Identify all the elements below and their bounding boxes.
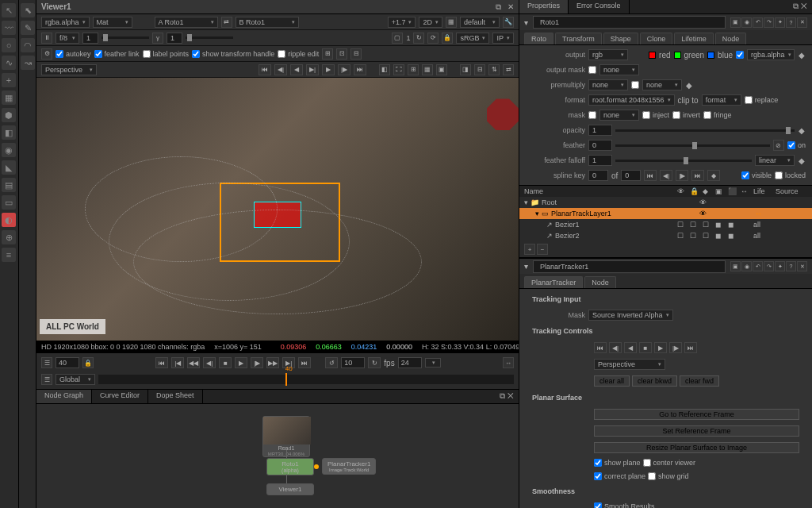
subtab-planar-node[interactable]: Node — [584, 276, 616, 288]
planar-mask-dropdown[interactable]: Source Inverted Alpha — [588, 310, 673, 321]
geo-tool-icon[interactable]: ⬢ — [2, 108, 16, 122]
panel-dock-icon[interactable]: ⧉ ✕ — [788, 0, 812, 13]
tab-curve-editor[interactable]: Curve Editor — [92, 390, 148, 403]
tree-row-bezier2[interactable]: ↗Bezier2 ☐☐☐ ◼◼ all — [519, 230, 812, 241]
track-prev-icon[interactable]: ◀| — [609, 342, 622, 353]
mask-dropdown[interactable]: none — [599, 110, 639, 121]
collapse-icon[interactable]: ▾ — [524, 18, 528, 27]
dim-dropdown[interactable]: 2D — [419, 17, 442, 28]
subtab-shape[interactable]: Shape — [603, 33, 638, 44]
stack-tool-icon[interactable]: ▤ — [2, 178, 16, 192]
resize-button[interactable]: Resize Planar Surface to Image — [594, 442, 799, 453]
hi-undo-icon[interactable]: ↶ — [753, 17, 763, 28]
gamma-icon[interactable]: γ — [152, 33, 163, 44]
tl-stop-icon[interactable]: ■ — [219, 357, 232, 368]
falloff-dropdown[interactable]: linear — [755, 155, 795, 166]
goto-ref-button[interactable]: Go to Reference Frame — [594, 409, 799, 420]
subtab-clone[interactable]: Clone — [640, 33, 673, 44]
gain-dropdown[interactable]: +1.7 — [388, 17, 416, 28]
subtab-roto[interactable]: Roto — [524, 33, 553, 44]
key-last-icon[interactable]: ⏭ — [691, 170, 704, 181]
prev-frame-icon[interactable]: ◀ — [290, 64, 303, 75]
flip-icon[interactable]: ⇅ — [488, 64, 500, 75]
node-viewer[interactable]: Viewer1 — [266, 483, 314, 495]
safe-icon[interactable]: ▣ — [436, 64, 447, 75]
track-stop-icon[interactable]: ■ — [639, 342, 652, 353]
tl-play-icon[interactable]: ▶ — [235, 357, 247, 368]
timeline-marker[interactable] — [285, 373, 287, 386]
hi-close-icon[interactable]: ✕ — [797, 261, 807, 271]
tree-row-root[interactable]: ▾📁Root 👁 — [519, 197, 812, 208]
tl-menu-icon[interactable]: ☰ — [41, 357, 52, 368]
roto-node-name[interactable]: Roto1 — [533, 16, 726, 29]
fps-dropdown[interactable] — [425, 358, 441, 368]
hi-center-icon[interactable]: ▣ — [730, 261, 741, 271]
track-back-icon[interactable]: ◀ — [624, 342, 637, 353]
feather-on-check[interactable]: on — [787, 141, 806, 149]
tl-loop-back-icon[interactable]: ↺ — [325, 357, 338, 368]
hi-center-icon[interactable]: ▣ — [730, 17, 741, 28]
next-key-icon[interactable]: |▶ — [338, 64, 350, 75]
timeline-track[interactable]: 40 — [98, 375, 514, 384]
node-dot[interactable] — [314, 464, 319, 469]
tool3-icon[interactable]: ⊟ — [350, 48, 362, 60]
subtab-node[interactable]: Node — [715, 33, 747, 44]
rippleedit-check[interactable]: ripple edit — [278, 50, 319, 58]
tree-row-layer[interactable]: ▾▭PlanarTrackLayer1 👁↔ — [519, 208, 812, 219]
pointer-tool-icon[interactable]: ↖ — [2, 3, 16, 17]
set-ref-button[interactable]: Set Reference Frame — [594, 425, 799, 437]
proxy-icon[interactable]: ↻ — [413, 33, 424, 44]
tree-row-bezier1[interactable]: ↗Bezier1 ☐☐☐ ◼◼ all — [519, 219, 812, 230]
smooth-check[interactable]: Smooth Results — [594, 502, 655, 508]
key-next-icon[interactable]: |▶ — [676, 170, 688, 181]
track-next-icon[interactable]: |▶ — [669, 342, 682, 353]
tl-first-icon[interactable]: ⏮ — [155, 357, 168, 368]
tl-loop-fwd-icon[interactable]: ↻ — [368, 357, 381, 368]
planar-node-name[interactable]: PlanarTracker1 — [533, 260, 726, 273]
guides-icon[interactable]: ▦ — [422, 64, 433, 75]
tl-next-icon[interactable]: |▶ — [251, 357, 263, 368]
path-icon[interactable]: ↝ — [21, 56, 35, 70]
green-chip[interactable] — [674, 52, 681, 59]
rgba-check[interactable] — [736, 51, 744, 59]
premult-dropdown[interactable]: none — [588, 79, 628, 90]
link-icon[interactable]: ⊘ — [773, 140, 784, 151]
colorspace-dropdown[interactable]: sRGB — [456, 33, 489, 44]
feather-input[interactable] — [588, 140, 612, 151]
hi-close-icon[interactable]: ✕ — [797, 17, 807, 28]
node-planar[interactable]: PlanarTracker1 Image:Track:World — [322, 458, 376, 475]
yval-input[interactable] — [167, 33, 182, 44]
hi-enable-icon[interactable]: ◉ — [741, 17, 752, 28]
spline-max-input[interactable] — [621, 170, 641, 181]
bezier-icon[interactable]: ◠ — [21, 38, 35, 52]
premult-check[interactable] — [631, 81, 639, 89]
hi-star-icon[interactable]: ✦ — [775, 17, 785, 28]
subtab-planartracker[interactable]: PlanarTracker — [524, 276, 583, 288]
falloff-slider[interactable] — [615, 160, 752, 162]
autokey-check[interactable]: autokey — [56, 50, 91, 58]
tool1-icon[interactable]: ⊞ — [322, 48, 333, 60]
clip-dropdown[interactable]: format — [702, 94, 741, 106]
tag-tool-icon[interactable]: ◣ — [2, 160, 16, 175]
track-first-icon[interactable]: ⏮ — [594, 342, 607, 353]
lut-dropdown[interactable]: IP — [492, 33, 514, 44]
fval-input[interactable] — [82, 33, 98, 44]
circle-tool-icon[interactable]: ○ — [2, 38, 16, 52]
tl-menu2-icon[interactable]: ☰ — [41, 374, 52, 385]
hi-redo-icon[interactable]: ↷ — [764, 17, 774, 28]
menu-tool-icon[interactable]: ≡ — [2, 248, 16, 262]
wrench-icon[interactable]: 🔧 — [503, 17, 514, 28]
preset-dropdown[interactable]: default — [460, 17, 500, 28]
opacity-slider[interactable] — [615, 129, 795, 132]
wipe-icon[interactable]: ◨ — [460, 64, 471, 75]
outmask-dropdown[interactable]: none — [599, 64, 639, 75]
fringe-check[interactable]: fringe — [703, 111, 732, 119]
locked-check[interactable]: locked — [775, 171, 806, 179]
labelpoints-check[interactable]: label points — [143, 50, 190, 58]
lock-icon[interactable]: 🔒 — [82, 357, 94, 368]
visible-check[interactable]: visible — [741, 171, 772, 179]
dock-icon[interactable]: ⧉ — [496, 2, 501, 12]
tl-back-icon[interactable]: ◀◀ — [187, 357, 200, 368]
tl-prev-key-icon[interactable]: |◀ — [171, 357, 184, 368]
correct-plane-check[interactable]: correct plane — [594, 472, 645, 480]
